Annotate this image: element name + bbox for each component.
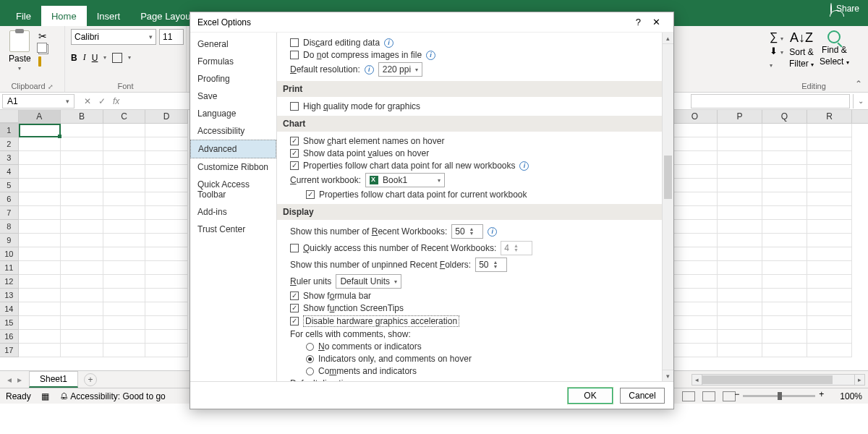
row-header[interactable]: 16 (0, 330, 19, 344)
scroll-down-icon[interactable]: ▾ (663, 370, 673, 381)
cell[interactable] (145, 247, 188, 261)
row-header[interactable]: 6 (0, 192, 19, 206)
cell[interactable] (145, 302, 188, 316)
autosum-icon[interactable]: ∑ (770, 30, 778, 43)
cell[interactable] (762, 151, 807, 165)
cell[interactable] (19, 302, 61, 316)
cell[interactable] (145, 151, 188, 165)
cell[interactable] (145, 234, 188, 247)
cell[interactable] (718, 302, 762, 316)
cell[interactable] (61, 179, 103, 192)
cell[interactable] (673, 179, 718, 192)
recent-workbooks-spinner[interactable]: 50▲▼ (451, 224, 483, 239)
cell[interactable] (718, 344, 762, 357)
row-header[interactable]: 15 (0, 316, 19, 330)
ok-button[interactable]: OK (568, 388, 613, 404)
cell[interactable] (145, 316, 188, 330)
cell[interactable] (145, 330, 188, 344)
scroll-up-icon[interactable]: ▴ (663, 33, 673, 44)
ruler-units-combo[interactable]: Default Units▾ (336, 274, 401, 289)
cell[interactable] (61, 124, 103, 137)
nav-item-formulas[interactable]: Formulas (190, 53, 276, 70)
nav-item-customize-ribbon[interactable]: Customize Ribbon (190, 158, 276, 176)
sheet-prev-icon[interactable]: ◂ (7, 375, 12, 385)
recent-folders-spinner[interactable]: 50▲▼ (475, 258, 507, 272)
zoom-level[interactable]: 100% (840, 391, 862, 401)
col-header[interactable]: D (145, 110, 188, 123)
cell[interactable] (718, 316, 762, 330)
nav-item-quick-access-toolbar[interactable]: Quick Access Toolbar (190, 176, 276, 203)
default-resolution-combo[interactable]: 220 ppi▾ (378, 62, 422, 77)
cell[interactable] (673, 261, 718, 275)
cell[interactable] (673, 192, 718, 206)
cell[interactable] (807, 316, 852, 330)
cell[interactable] (61, 234, 103, 247)
cell[interactable] (103, 247, 146, 261)
font-name-combo[interactable]: Calibri▾ (71, 29, 156, 45)
current-workbook-combo[interactable]: Book1▾ (365, 173, 445, 187)
stats-icon[interactable]: ▦ (41, 391, 49, 401)
add-sheet-button[interactable]: + (84, 373, 97, 386)
cell[interactable] (718, 247, 762, 261)
cell[interactable] (145, 344, 188, 357)
cell[interactable] (673, 344, 718, 357)
cell[interactable] (103, 261, 146, 275)
cell[interactable] (103, 234, 146, 247)
cell[interactable] (762, 220, 807, 234)
page-layout-view-icon[interactable] (702, 391, 715, 401)
cell[interactable] (673, 165, 718, 179)
cell[interactable] (762, 179, 807, 192)
cut-icon[interactable]: ✂ (38, 30, 48, 42)
row-header[interactable]: 17 (0, 344, 19, 357)
col-header[interactable]: R (807, 110, 852, 123)
sheet-next-icon[interactable]: ▸ (17, 375, 22, 385)
cell[interactable] (103, 302, 146, 316)
row-header[interactable]: 9 (0, 234, 19, 247)
checkbox-quick-access-recent[interactable] (290, 244, 299, 252)
cell[interactable] (61, 220, 103, 234)
cell[interactable] (718, 234, 762, 247)
cell[interactable] (673, 220, 718, 234)
cell[interactable] (19, 124, 61, 137)
cell[interactable] (762, 344, 807, 357)
fx-icon[interactable]: fx (113, 96, 119, 106)
tab-home[interactable]: Home (41, 6, 87, 26)
cell[interactable] (673, 137, 718, 151)
cell[interactable] (19, 151, 61, 165)
col-header[interactable]: P (718, 110, 762, 123)
row-header[interactable]: 2 (0, 137, 19, 151)
cell[interactable] (762, 234, 807, 247)
accessibility-icon[interactable]: 🕭 (59, 391, 69, 401)
cell[interactable] (103, 165, 146, 179)
cell[interactable] (103, 124, 146, 137)
row-header[interactable]: 7 (0, 206, 19, 220)
nav-item-general[interactable]: General (190, 35, 276, 53)
row-header[interactable]: 3 (0, 151, 19, 165)
scroll-left-icon[interactable]: ◂ (692, 375, 702, 385)
cancel-button[interactable]: Cancel (620, 388, 665, 404)
nav-item-proofing[interactable]: Proofing (190, 70, 276, 88)
cell[interactable] (145, 137, 188, 151)
nav-item-add-ins[interactable]: Add-ins (190, 203, 276, 221)
cell[interactable] (61, 316, 103, 330)
cell[interactable] (673, 330, 718, 344)
cell[interactable] (762, 289, 807, 302)
expand-formula-bar[interactable]: ⌄ (853, 94, 868, 109)
cell[interactable] (61, 247, 103, 261)
format-painter-icon[interactable] (38, 56, 41, 67)
col-header[interactable]: A (19, 110, 61, 123)
cell[interactable] (807, 330, 852, 344)
sheet-tab[interactable]: Sheet1 (29, 371, 78, 388)
cell[interactable] (807, 220, 852, 234)
row-header[interactable]: 1 (0, 124, 19, 137)
cell[interactable] (19, 289, 61, 302)
cell[interactable] (145, 179, 188, 192)
copy-icon[interactable] (38, 44, 48, 54)
cell[interactable] (807, 344, 852, 357)
cell[interactable] (145, 220, 188, 234)
cell[interactable] (807, 124, 852, 137)
cancel-formula-icon[interactable]: ✕ (84, 96, 91, 106)
cell[interactable] (807, 302, 852, 316)
cell[interactable] (19, 192, 61, 206)
row-header[interactable]: 8 (0, 220, 19, 234)
